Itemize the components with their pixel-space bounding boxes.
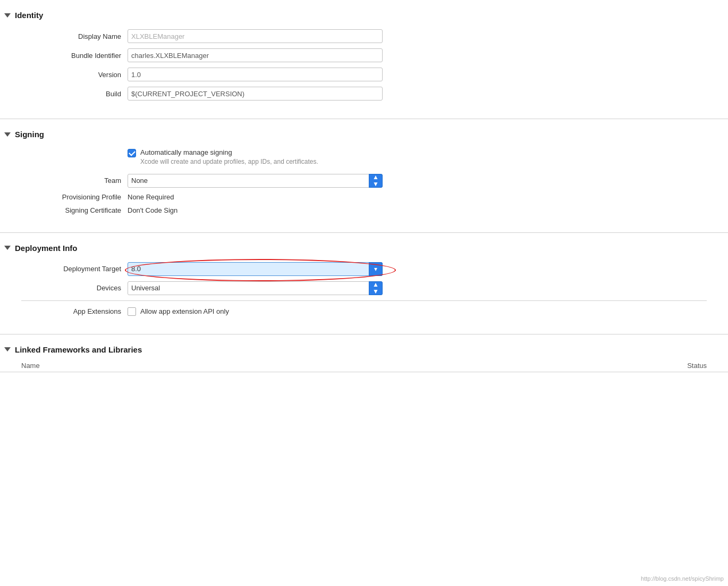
identity-collapse-triangle[interactable] — [4, 13, 11, 18]
table-col-name: Name — [21, 362, 643, 370]
linked-frameworks-title: Linked Frameworks and Libraries — [15, 345, 142, 354]
display-name-input[interactable] — [128, 29, 383, 43]
signing-title: Signing — [15, 130, 44, 139]
identity-title: Identity — [15, 11, 43, 20]
app-extension-checkbox[interactable] — [128, 307, 136, 316]
team-row: Team None ▲ ▼ — [21, 174, 707, 188]
deployment-title: Deployment Info — [15, 244, 78, 253]
display-name-label: Display Name — [21, 32, 128, 40]
build-row: Build — [21, 87, 707, 101]
signing-form: Automatically manage signing Xcode will … — [0, 144, 728, 228]
deployment-separator — [21, 300, 707, 301]
signing-section: Signing Automatically manage signing Xco… — [0, 119, 728, 233]
build-input[interactable] — [128, 87, 383, 101]
frameworks-table-header: Name Status — [0, 359, 728, 372]
deployment-target-row: Deployment Target 8.0 9.0 10.0 11.0 12.0… — [21, 262, 707, 276]
build-label: Build — [21, 90, 128, 98]
auto-sign-desc: Xcode will create and update profiles, a… — [140, 157, 318, 166]
signing-cert-value: Don't Code Sign — [128, 206, 177, 214]
identity-section: Identity Display Name Bundle Identifier … — [0, 0, 728, 119]
identity-form: Display Name Bundle Identifier Version B… — [0, 25, 728, 114]
devices-select[interactable]: Universal iPhone iPad — [128, 281, 383, 295]
display-name-row: Display Name — [21, 29, 707, 43]
version-input[interactable] — [128, 68, 383, 81]
bundle-identifier-label: Bundle Identifier — [21, 52, 128, 60]
auto-sign-label: Automatically manage signing — [140, 148, 318, 156]
devices-label: Devices — [21, 284, 128, 292]
table-col-status: Status — [643, 362, 707, 370]
deployment-target-wrapper: 8.0 9.0 10.0 11.0 12.0 13.0 14.0 15.0 ▾ — [128, 262, 383, 276]
team-label: Team — [21, 177, 128, 185]
deployment-header: Deployment Info — [0, 241, 728, 258]
linked-frameworks-header: Linked Frameworks and Libraries — [0, 343, 728, 359]
provisioning-row: Provisioning Profile None Required — [21, 193, 707, 201]
team-select[interactable]: None — [128, 174, 383, 188]
version-label: Version — [21, 71, 128, 79]
deployment-form: Deployment Target 8.0 9.0 10.0 11.0 12.0… — [0, 258, 728, 330]
linked-frameworks-section: Linked Frameworks and Libraries Name Sta… — [0, 334, 728, 376]
deployment-collapse-triangle[interactable] — [4, 246, 11, 250]
provisioning-value: None Required — [128, 193, 174, 201]
team-select-wrapper: None ▲ ▼ — [128, 174, 383, 188]
signing-cert-row: Signing Certificate Don't Code Sign — [21, 206, 707, 214]
deployment-target-label: Deployment Target — [21, 265, 128, 273]
version-row: Version — [21, 68, 707, 81]
bundle-identifier-input[interactable] — [128, 48, 383, 62]
app-extensions-label: App Extensions — [21, 307, 128, 315]
signing-header: Signing — [0, 128, 728, 144]
linked-frameworks-triangle[interactable] — [4, 347, 11, 351]
deployment-section: Deployment Info Deployment Target 8.0 9.… — [0, 233, 728, 334]
auto-sign-text-block: Automatically manage signing Xcode will … — [140, 148, 318, 166]
app-extension-checkbox-label: Allow app extension API only — [140, 307, 229, 315]
auto-sign-checkbox-wrapper: Automatically manage signing Xcode will … — [128, 148, 318, 166]
auto-sign-row: Automatically manage signing Xcode will … — [21, 148, 707, 166]
signing-cert-label: Signing Certificate — [21, 206, 128, 214]
provisioning-label: Provisioning Profile — [21, 193, 128, 201]
app-extensions-row: App Extensions Allow app extension API o… — [21, 307, 707, 316]
deployment-target-select[interactable]: 8.0 9.0 10.0 11.0 12.0 13.0 14.0 15.0 — [128, 262, 383, 276]
devices-select-wrapper: Universal iPhone iPad ▲ ▼ — [128, 281, 383, 295]
devices-row: Devices Universal iPhone iPad ▲ ▼ — [21, 281, 707, 295]
auto-sign-checkbox[interactable] — [128, 149, 136, 157]
signing-collapse-triangle[interactable] — [4, 132, 11, 137]
identity-header: Identity — [0, 9, 728, 25]
bundle-identifier-row: Bundle Identifier — [21, 48, 707, 62]
